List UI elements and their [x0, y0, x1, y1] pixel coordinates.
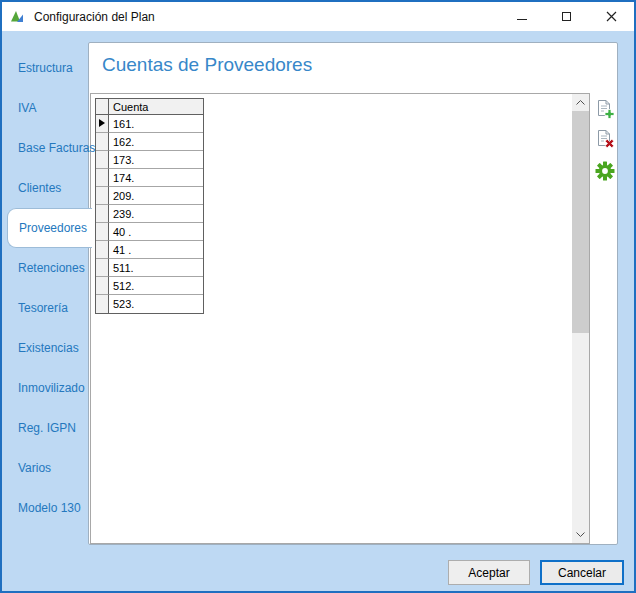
- sidebar-tab[interactable]: Inmovilizado: [2, 368, 90, 408]
- table-row[interactable]: 523.: [96, 295, 203, 313]
- account-cell[interactable]: 161.: [109, 115, 203, 133]
- scrollbar-thumb[interactable]: [572, 111, 589, 333]
- row-selector-cell[interactable]: [96, 241, 109, 259]
- sidebar-tab[interactable]: Existencias: [2, 328, 90, 368]
- minimize-icon: [517, 19, 527, 20]
- row-selector-cell[interactable]: [96, 115, 109, 133]
- sidebar-tab-label: Varios: [18, 461, 51, 475]
- sidebar-tab[interactable]: Tesorería: [2, 288, 90, 328]
- sidebar-tab-label: Estructura: [18, 61, 73, 75]
- account-cell[interactable]: 239.: [109, 205, 203, 223]
- sidebar-tab-label: Retenciones: [18, 261, 85, 275]
- row-selector-cell[interactable]: [96, 133, 109, 151]
- sidebar-tab-label: Inmovilizado: [18, 381, 85, 395]
- row-selector-cell[interactable]: [96, 259, 109, 277]
- row-selector-cell[interactable]: [96, 205, 109, 223]
- delete-account-icon[interactable]: [595, 129, 615, 149]
- table-row[interactable]: 41 .: [96, 241, 203, 259]
- row-selector-cell[interactable]: [96, 295, 109, 313]
- main-panel: Cuentas de Proveedores Cuenta 161. 162.: [88, 42, 618, 545]
- accounts-table: Cuenta 161. 162. 173. 174.: [95, 98, 204, 314]
- sidebar-tab[interactable]: Reg. IGPN: [2, 408, 90, 448]
- sidebar-tab-label: Existencias: [18, 341, 79, 355]
- sidebar-tab[interactable]: Estructura: [2, 48, 90, 88]
- table-row[interactable]: 161.: [96, 115, 203, 133]
- table-row[interactable]: 162.: [96, 133, 203, 151]
- scroll-down-arrow-icon[interactable]: [572, 526, 589, 543]
- sidebar-tab[interactable]: Proveedores: [7, 208, 92, 248]
- row-selector-cell[interactable]: [96, 223, 109, 241]
- app-logo-icon: [10, 9, 26, 25]
- maximize-icon: [562, 12, 571, 21]
- sidebar-tab[interactable]: IVA: [2, 88, 90, 128]
- sidebar-tab-label: Reg. IGPN: [18, 421, 76, 435]
- grid-toolbar: [594, 99, 616, 181]
- add-account-icon[interactable]: [595, 99, 615, 119]
- minimize-button[interactable]: [499, 2, 544, 31]
- sidebar-tab-label: Base Facturas: [18, 141, 95, 155]
- sidebar-tab-label: Proveedores: [19, 221, 87, 235]
- title-bar: Configuración del Plan: [2, 2, 634, 31]
- close-icon: [606, 11, 617, 22]
- maximize-button[interactable]: [544, 2, 589, 31]
- row-selector-cell[interactable]: [96, 187, 109, 205]
- table-row[interactable]: 209.: [96, 187, 203, 205]
- account-cell[interactable]: 209.: [109, 187, 203, 205]
- caption-buttons: [499, 2, 634, 31]
- sidebar-tab-label: Tesorería: [18, 301, 68, 315]
- window-title: Configuración del Plan: [34, 10, 155, 24]
- close-button[interactable]: [589, 2, 634, 31]
- sidebar-tab-label: IVA: [18, 101, 36, 115]
- row-selector-cell[interactable]: [96, 169, 109, 187]
- account-cell[interactable]: 40 .: [109, 223, 203, 241]
- page-title: Cuentas de Proveedores: [102, 54, 312, 76]
- sidebar-tab[interactable]: Retenciones: [2, 248, 90, 288]
- account-cell[interactable]: 162.: [109, 133, 203, 151]
- vertical-scrollbar[interactable]: [572, 94, 589, 543]
- sidebar-tab[interactable]: Clientes: [2, 168, 90, 208]
- cancel-button[interactable]: Cancelar: [540, 560, 624, 585]
- account-cell[interactable]: 511.: [109, 259, 203, 277]
- account-cell[interactable]: 173.: [109, 151, 203, 169]
- account-cell[interactable]: 41 .: [109, 241, 203, 259]
- account-cell[interactable]: 523.: [109, 295, 203, 313]
- settings-gear-icon[interactable]: [595, 161, 615, 181]
- column-header-cuenta[interactable]: Cuenta: [109, 99, 203, 115]
- accept-button[interactable]: Aceptar: [448, 560, 530, 585]
- table-row[interactable]: 40 .: [96, 223, 203, 241]
- table-row[interactable]: 173.: [96, 151, 203, 169]
- table-row[interactable]: 512.: [96, 277, 203, 295]
- table-row[interactable]: 239.: [96, 205, 203, 223]
- row-selector-cell[interactable]: [96, 151, 109, 169]
- account-cell[interactable]: 512.: [109, 277, 203, 295]
- table-header-row: Cuenta: [96, 99, 203, 115]
- sidebar-tab[interactable]: Base Facturas: [2, 128, 90, 168]
- scroll-up-arrow-icon[interactable]: [572, 94, 589, 111]
- dialog-window: Configuración del Plan Estructura IVA Ba…: [0, 0, 636, 593]
- table-row[interactable]: 174.: [96, 169, 203, 187]
- sidebar-tabs: Estructura IVA Base Facturas Clientes Pr…: [2, 48, 90, 528]
- sidebar-tab[interactable]: Varios: [2, 448, 90, 488]
- sidebar-tab-label: Modelo 130: [18, 501, 81, 515]
- table-row[interactable]: 511.: [96, 259, 203, 277]
- account-cell[interactable]: 174.: [109, 169, 203, 187]
- row-selector-cell[interactable]: [96, 277, 109, 295]
- sidebar-tab[interactable]: Modelo 130: [2, 488, 90, 528]
- sidebar-tab-label: Clientes: [18, 181, 61, 195]
- grid-viewport: Cuenta 161. 162. 173. 174.: [90, 93, 590, 544]
- row-selector-header: [96, 99, 109, 115]
